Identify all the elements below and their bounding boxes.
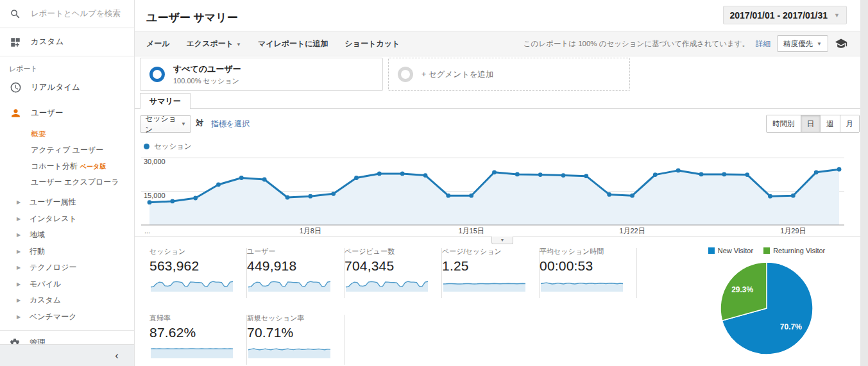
expand-arrow-icon: ▶	[17, 281, 30, 287]
metric-label: ページビュー数	[345, 247, 436, 256]
sessions-line-chart[interactable]: 30,00015,000...1月8日1月15日1月22日1月29日	[140, 153, 846, 237]
metric-card-3[interactable]: ページ/セッション1.25	[442, 247, 540, 295]
metric-label: 新規セッション率	[247, 313, 338, 323]
metric-value: 704,345	[345, 258, 436, 274]
metric-label: セッション	[149, 247, 241, 256]
panel-border	[135, 108, 860, 109]
visitor-type-pie-chart[interactable]: 70.7%29.3%	[718, 260, 815, 357]
search-placeholder: レポートとヘルプを検索	[31, 8, 121, 19]
users-submenu: 概要アクティブ ユーザーコホート分析ベータ版ユーザー エクスプローラ	[0, 126, 134, 190]
subitem-label: コホート分析	[31, 161, 78, 172]
sidebar-item-expandable[interactable]: ▶行動	[0, 244, 134, 260]
sampling-note: このレポートは 100% のセッションに基づいて作成されています。	[523, 39, 749, 49]
metric-select-dropdown[interactable]: セッション ▼	[140, 115, 191, 133]
collapse-chevron-icon[interactable]: ‹	[115, 350, 119, 361]
metric-label: ユーザー	[247, 247, 338, 256]
item-label: インタレスト	[30, 213, 77, 224]
sidebar-subitem-item[interactable]: ユーザー エクスプローラ	[0, 174, 134, 190]
sidebar-item-expandable[interactable]: ▶インタレスト	[0, 211, 134, 228]
chart-resize-handle[interactable]: ▼	[491, 237, 513, 244]
customization-label: カスタム	[31, 37, 64, 47]
metric-card-2[interactable]: ページビュー数704,345	[345, 247, 442, 295]
metric-sparkline	[247, 274, 332, 293]
customization-icon	[9, 36, 22, 49]
svg-text:15,000: 15,000	[144, 192, 166, 199]
expand-arrow-icon: ▶	[17, 249, 30, 254]
main-content: ユーザー サマリー 2017/01/01 - 2017/01/31 ▼ メールエ…	[135, 0, 860, 366]
metric-card-1[interactable]: 新規セッション率70.71%	[247, 313, 345, 362]
app: レポートとヘルプを検索 カスタム レポート リアルタイム ユーザー 概要アクティ…	[0, 0, 868, 366]
sidebar-item-customization[interactable]: カスタム	[0, 28, 134, 56]
add-segment-button[interactable]: + セグメントを追加	[388, 58, 630, 91]
toolbar-action-button[interactable]: マイレポートに追加	[258, 38, 328, 49]
subitem-label: 概要	[31, 129, 46, 140]
pie-legend-item: New Visitor	[708, 247, 753, 254]
sidebar-subitem-item[interactable]: コホート分析ベータ版	[0, 158, 134, 174]
metric-value: 1.25	[442, 258, 533, 274]
item-label: モバイル	[30, 279, 61, 290]
tab-summary[interactable]: サマリー	[140, 93, 191, 109]
graduation-cap-icon[interactable]	[835, 37, 847, 50]
chevron-down-icon: ▼	[817, 41, 822, 47]
metric-card-0[interactable]: セッション563,962	[149, 247, 247, 295]
svg-text:1月8日: 1月8日	[300, 227, 321, 235]
item-label: カスタム	[30, 295, 61, 306]
granularity-button-週[interactable]: 週	[820, 115, 840, 132]
svg-text:30,000: 30,000	[144, 158, 166, 165]
toolbar-action-button[interactable]: エクスポート▼	[187, 38, 241, 49]
metric-value: 87.62%	[149, 325, 241, 340]
search-box[interactable]: レポートとヘルプを検索	[0, 0, 134, 28]
report-categories: ▶ユーザー属性▶インタレスト▶地域▶行動▶テクノロジー▶モバイル▶カスタム▶ベン…	[0, 194, 134, 325]
date-range-selector[interactable]: 2017/01/01 - 2017/01/31 ▼	[723, 6, 847, 24]
realtime-label: リアルタイム	[31, 82, 80, 93]
page-scrollbar[interactable]	[860, 0, 868, 366]
sidebar-subitem-item[interactable]: アクティブ ユーザー	[0, 142, 134, 158]
metric-value: 70.71%	[247, 325, 338, 340]
metric-value: 563,962	[149, 258, 241, 274]
report-toolbar: メールエクスポート▼マイレポートに追加ショートカット このレポートは 100% …	[135, 31, 860, 56]
item-label: 行動	[30, 246, 45, 257]
metric-card-4[interactable]: 平均セッション時間00:00:53	[540, 247, 637, 295]
add-segment-label: + セグメントを追加	[421, 69, 494, 80]
sidebar-collapse-bar[interactable]: ‹	[0, 344, 134, 366]
segment-title: すべてのユーザー	[173, 63, 241, 75]
sidebar-item-expandable[interactable]: ▶テクノロジー	[0, 260, 134, 276]
toolbar-sampling: このレポートは 100% のセッションに基づいて作成されています。 詳細 精度優…	[523, 35, 860, 52]
granularity-button-日[interactable]: 日	[801, 115, 821, 132]
card-separator	[344, 315, 345, 365]
metric-sparkline	[540, 274, 624, 293]
subitem-label: アクティブ ユーザー	[31, 145, 103, 156]
metric-sparkline	[442, 274, 527, 293]
toolbar-action-button[interactable]: ショートカット	[345, 38, 400, 49]
segment-all-users[interactable]: すべてのユーザー 100.00% セッション	[140, 58, 383, 91]
precision-label: 精度優先	[783, 39, 813, 49]
toolbar-action-button[interactable]: メール	[146, 38, 170, 49]
select-metric-link[interactable]: 指標を選択	[211, 119, 250, 129]
pie-legend: New VisitorReturning Visitor	[681, 247, 852, 254]
beta-badge: ベータ版	[80, 162, 106, 171]
sidebar-item-users[interactable]: ユーザー	[0, 102, 134, 124]
metric-sparkline	[247, 340, 332, 360]
sidebar-item-expandable[interactable]: ▶ユーザー属性	[0, 194, 134, 211]
sidebar-item-expandable[interactable]: ▶カスタム	[0, 292, 134, 309]
expand-arrow-icon: ▶	[17, 199, 30, 205]
metric-card-1[interactable]: ユーザー449,918	[247, 247, 345, 295]
svg-text:1月15日: 1月15日	[458, 227, 484, 235]
granularity-button-月[interactable]: 月	[840, 115, 860, 132]
sidebar-subitem-overview-active[interactable]: 概要	[0, 126, 134, 142]
sidebar-item-expandable[interactable]: ▶モバイル	[0, 276, 134, 293]
details-link[interactable]: 詳細	[756, 39, 770, 49]
metric-label: ページ/セッション	[442, 247, 533, 256]
item-label: ユーザー属性	[30, 197, 76, 208]
segment-ring-icon	[149, 67, 165, 82]
sidebar-section-reports: レポート	[0, 56, 134, 76]
precision-dropdown[interactable]: 精度優先 ▼	[777, 35, 828, 52]
metric-card-0[interactable]: 直帰率87.62%	[149, 313, 247, 362]
sidebar-item-expandable[interactable]: ▶ベンチマーク	[0, 309, 134, 326]
sidebar-item-realtime[interactable]: リアルタイム	[0, 76, 134, 98]
metric-sparkline	[149, 274, 234, 293]
expand-arrow-icon: ▶	[17, 314, 30, 320]
metric-value: 449,918	[247, 258, 338, 274]
granularity-button-時間別[interactable]: 時間別	[767, 115, 801, 132]
sidebar-item-expandable[interactable]: ▶地域	[0, 227, 134, 244]
